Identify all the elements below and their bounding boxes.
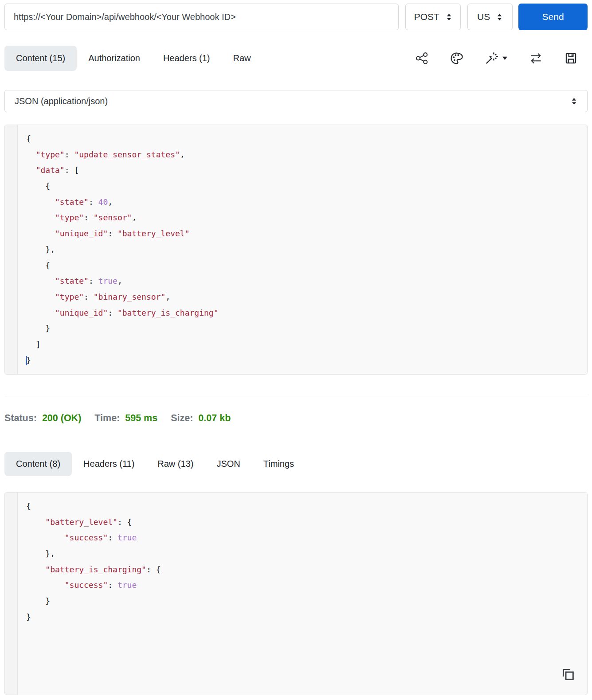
editor-gutter [5,125,18,374]
code-line: "battery_is_charging": { [26,562,583,578]
url-input[interactable] [4,4,399,30]
time-value: 595 ms [125,413,157,424]
code-line: "unique_id": "battery_is_charging" [26,305,583,321]
caret-updown-icon [571,97,577,106]
tab-response-headers[interactable]: Headers (11) [72,452,146,476]
time-label: Time: [94,413,120,424]
code-line: "success": true [26,530,583,546]
section-divider [4,396,588,396]
size-value: 0.07 kb [198,413,231,424]
response-body-viewer[interactable]: { "battery_level": { "success": true }, … [4,492,588,695]
response-tabs-row: Content (8) Headers (11) Raw (13) JSON T… [4,452,588,476]
share-button[interactable] [415,51,429,65]
code-line: "type": "binary_sensor", [26,289,583,305]
code-line: { [26,498,583,514]
status-value: 200 (OK) [42,413,81,424]
request-toolbar [415,51,588,66]
copy-response-button[interactable] [561,667,576,683]
copy-icon [561,667,576,682]
code-line: ] [26,336,583,352]
viewer-gutter [5,493,18,695]
tab-request-authorization[interactable]: Authorization [77,46,152,71]
method-select-value: POST [414,12,439,22]
palette-icon [450,51,463,65]
tab-response-json[interactable]: JSON [205,452,251,476]
swap-arrows-icon [529,51,543,65]
content-type-value: JSON (application/json) [15,96,108,106]
code-line: "state": 40, [26,194,583,210]
code-line: { [26,258,583,274]
code-line: "battery_level": { [26,514,583,530]
status-label: Status: [4,413,37,424]
request-body-editor[interactable]: { "type": "update_sensor_states", "data"… [4,125,588,375]
size-label: Size: [171,413,193,424]
compare-button[interactable] [529,51,543,65]
request-body-code: { "type": "update_sensor_states", "data"… [18,125,587,368]
request-tabs-row: Content (15) Authorization Headers (1) R… [4,46,588,71]
content-type-select[interactable]: JSON (application/json) [4,90,588,112]
api-tester-page: POST US Send Content (15) Authorization … [0,0,592,700]
region-select[interactable]: US [467,4,513,30]
response-body-code: { "battery_level": { "success": true }, … [18,493,587,625]
code-line: } [26,321,583,336]
code-line: "type": "sensor", [26,210,583,226]
request-bar: POST US Send [4,4,588,30]
code-line: }, [26,242,583,258]
share-icon [415,51,429,65]
code-line: "state": true, [26,273,583,289]
method-select[interactable]: POST [405,4,461,30]
theme-button[interactable] [450,51,463,65]
tab-response-content[interactable]: Content (8) [4,452,72,476]
caret-down-icon [502,56,508,61]
code-line: } [26,352,583,368]
code-line: }, [26,546,583,562]
code-line: "unique_id": "battery_level" [26,226,583,242]
code-line: "type": "update_sensor_states", [26,147,583,163]
response-status-bar: Status: 200 (OK) Time: 595 ms Size: 0.07… [4,409,588,427]
code-line: "data": [ [26,162,583,178]
send-button[interactable]: Send [518,4,588,30]
tab-request-headers[interactable]: Headers (1) [152,46,222,71]
tab-request-raw[interactable]: Raw [222,46,263,71]
caret-updown-icon [496,13,503,21]
code-line: } [26,609,583,625]
save-button[interactable] [564,51,578,65]
region-select-value: US [477,12,490,22]
code-line: { [26,131,583,147]
tab-response-timings[interactable]: Timings [252,452,306,476]
tab-request-content[interactable]: Content (15) [4,46,77,71]
code-line: } [26,593,583,609]
magic-wand-menu-button[interactable] [484,51,508,66]
code-line: "success": true [26,577,583,593]
caret-updown-icon [446,13,452,21]
tab-response-raw[interactable]: Raw (13) [146,452,205,476]
code-line: { [26,178,583,194]
magic-wand-icon [484,51,499,66]
save-icon [564,51,578,65]
